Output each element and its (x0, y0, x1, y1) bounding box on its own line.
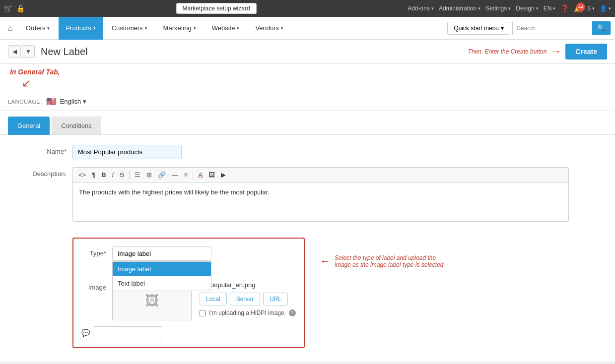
settings-menu[interactable]: Settings▾ (485, 5, 511, 12)
administration-menu[interactable]: Administration▾ (439, 5, 480, 12)
products-caret: ▾ (93, 26, 96, 31)
rte-video-btn[interactable]: ▶ (218, 170, 228, 180)
cart-icon: 🛒 (4, 4, 12, 12)
hidpi-help-icon[interactable]: ? (289, 309, 296, 316)
rte-strikethrough-btn[interactable]: S (117, 170, 127, 180)
language-row: LANGUAGE: 🇺🇸 English ▾ (0, 93, 615, 111)
image-right: ✕ popular_en.png Local Server URL (200, 281, 296, 316)
general-annotation-arrow: ↙ (22, 77, 31, 89)
type-annotation-text: Select the type of label and upload the … (335, 254, 449, 268)
search-box: 🔍 (512, 21, 611, 35)
lock-icon: 🔒 (16, 4, 25, 12)
website-caret: ▾ (237, 26, 239, 31)
create-annotation-text: Then, Enter the Create button (468, 48, 547, 55)
customers-caret: ▾ (145, 26, 147, 31)
tab-general[interactable]: General (8, 117, 50, 135)
type-annotation-arrow: ← (320, 255, 331, 268)
addons-caret: ▾ (431, 6, 434, 11)
back-arrow[interactable]: ◀ (8, 45, 21, 58)
wizard-button[interactable]: Marketplace setup wizard (176, 3, 257, 14)
create-annotation-arrow: → (550, 45, 561, 58)
nav-website[interactable]: Website ▾ (205, 17, 247, 40)
user-store-menu[interactable]: $▾ (587, 5, 595, 12)
rte-text-color-btn[interactable]: A (196, 170, 205, 180)
page-title: New Label (41, 46, 468, 58)
type-dropdown-image[interactable]: Image label (113, 262, 211, 276)
nav-vendors[interactable]: Vendors ▾ (248, 17, 290, 40)
nav-products[interactable]: Products ▾ (59, 17, 102, 40)
nav-arrows: ◀ ▼ (8, 45, 35, 58)
quick-start-button[interactable]: Quick start menu ▾ (447, 22, 510, 35)
type-dropdown-menu: Image label Text label (112, 261, 211, 291)
general-annotation-text: In General Tab, (10, 68, 60, 76)
orders-caret: ▾ (47, 26, 50, 31)
top-bar: 🛒 🔒 Marketplace setup wizard Add-ons▾ Ad… (0, 0, 615, 17)
lang-caret: ▾ (553, 6, 555, 11)
type-select[interactable]: Image label Text label (112, 246, 211, 261)
rte-toolbar: <> ¶ B I S ☰ ⊞ 🔗 — ≡ A 🖼 ▶ (72, 167, 569, 182)
rte-list-btn[interactable]: ☰ (132, 170, 143, 180)
comment-icon: 💬 (81, 329, 90, 337)
rte-code-btn[interactable]: <> (76, 170, 88, 180)
type-dropdown-text[interactable]: Text label (113, 276, 211, 291)
upload-url-button[interactable]: URL (263, 293, 288, 305)
notification-badge: 44 (576, 2, 585, 11)
user-caret: ▾ (609, 6, 611, 11)
rte-image-btn[interactable]: 🖼 (206, 170, 217, 180)
image-placeholder-icon: 🖼 (145, 293, 159, 309)
name-label: Name* (12, 145, 67, 155)
type-required: * (104, 249, 106, 257)
store-caret: ▾ (592, 6, 595, 11)
type-row: Type* Image label Text label Image label… (81, 246, 296, 261)
hidpi-checkbox[interactable] (200, 310, 206, 316)
design-menu[interactable]: Design▾ (516, 5, 538, 12)
design-caret: ▾ (536, 6, 539, 11)
rte-italic-btn[interactable]: I (110, 170, 117, 180)
top-bar-right: Add-ons▾ Administration▾ Settings▾ Desig… (408, 4, 611, 12)
comment-input[interactable] (93, 326, 162, 339)
rte-link-btn[interactable]: 🔗 (155, 170, 168, 180)
language-menu[interactable]: EN▾ (544, 5, 556, 12)
name-row: Name* (12, 145, 603, 159)
addons-menu[interactable]: Add-ons▾ (408, 5, 434, 12)
rte-hr-btn[interactable]: — (169, 170, 181, 180)
page-wrapper: In General Tab, ↙ LANGUAGE: 🇺🇸 English ▾… (0, 64, 615, 362)
rte-sep1 (129, 171, 130, 179)
search-input[interactable] (513, 22, 592, 34)
type-image-section: Type* Image label Text label Image label… (12, 230, 603, 348)
upload-local-button[interactable]: Local (200, 293, 227, 305)
general-arrow-area: ↙ (0, 76, 615, 93)
nav-orders[interactable]: Orders ▾ (19, 17, 57, 40)
type-annotation-area: ← Select the type of label and upload th… (320, 254, 449, 268)
comment-row: 💬 (81, 326, 296, 339)
tab-conditions[interactable]: Conditions (52, 117, 101, 135)
type-section-wrapper: Type* Image label Text label Image label… (72, 230, 305, 348)
search-button[interactable]: 🔍 (592, 21, 611, 35)
flag-icon: 🇺🇸 (46, 97, 56, 106)
upload-buttons: Local Server URL (200, 293, 296, 305)
create-button[interactable]: Create (565, 44, 607, 60)
image-label: Image (81, 281, 106, 291)
language-label: LANGUAGE: (8, 99, 42, 105)
home-button[interactable]: ⌂ (4, 21, 17, 36)
notification-area[interactable]: 🔔 44 (574, 4, 582, 12)
dropdown-arrow[interactable]: ▼ (22, 45, 35, 58)
rte-content[interactable]: The products with the highest prices wil… (72, 182, 569, 222)
user-menu[interactable]: 👤▾ (600, 5, 611, 12)
help-icon[interactable]: ❓ (560, 4, 569, 12)
nav-customers[interactable]: Customers ▾ (105, 17, 154, 40)
language-selector[interactable]: English ▾ (60, 98, 87, 105)
marketing-caret: ▾ (194, 26, 196, 31)
top-bar-center: Marketplace setup wizard (28, 3, 405, 14)
type-label: Type* (81, 246, 106, 257)
name-required: * (64, 148, 67, 155)
rte-align-btn[interactable]: ≡ (182, 170, 191, 180)
settings-caret: ▾ (508, 6, 511, 11)
rte-table-btn[interactable]: ⊞ (144, 170, 154, 180)
admin-caret: ▾ (478, 6, 480, 11)
upload-server-button[interactable]: Server (230, 293, 260, 305)
rte-bold-btn[interactable]: B (99, 170, 108, 180)
rte-paragraph-btn[interactable]: ¶ (89, 170, 98, 180)
nav-marketing[interactable]: Marketing ▾ (156, 17, 203, 40)
name-input[interactable] (72, 145, 182, 159)
